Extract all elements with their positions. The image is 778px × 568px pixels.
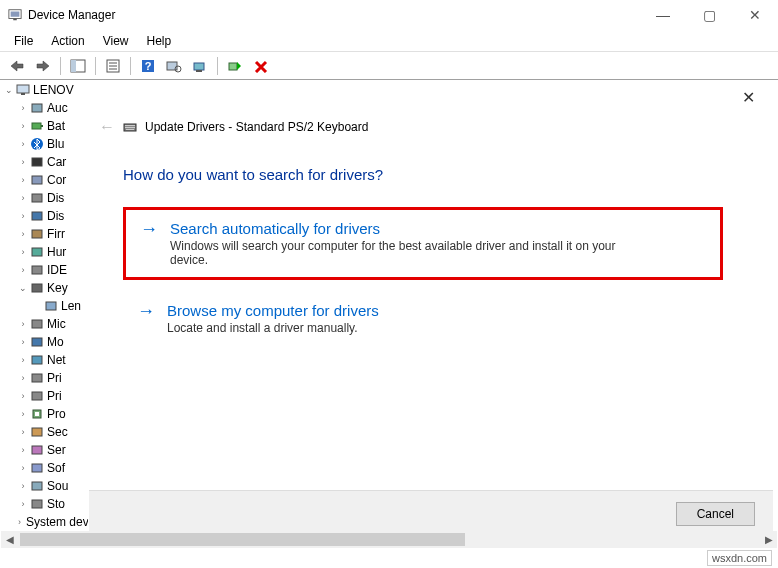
expand-icon[interactable]: › xyxy=(18,517,21,527)
expand-icon[interactable]: › xyxy=(18,427,28,437)
expand-icon[interactable]: › xyxy=(18,409,28,419)
expand-icon[interactable]: › xyxy=(18,193,28,203)
expand-icon[interactable]: › xyxy=(18,211,28,221)
forward-button[interactable] xyxy=(32,55,54,77)
tree-item[interactable]: ›Pri xyxy=(0,387,90,405)
svg-rect-26 xyxy=(32,230,42,238)
show-hide-tree-button[interactable] xyxy=(67,55,89,77)
tree-item-label: Key xyxy=(47,281,68,295)
titlebar: Device Manager — ▢ ✕ xyxy=(0,0,778,30)
horizontal-scrollbar[interactable]: ◀ ▶ xyxy=(1,531,777,548)
tree-item[interactable]: ›Pro xyxy=(0,405,90,423)
maximize-button[interactable]: ▢ xyxy=(686,0,732,30)
computer-icon xyxy=(16,83,30,97)
tree-item[interactable]: ›Pri xyxy=(0,369,90,387)
option-search-automatically[interactable]: → Search automatically for drivers Windo… xyxy=(123,207,723,280)
tree-item[interactable]: ›Dis xyxy=(0,207,90,225)
expand-icon[interactable]: › xyxy=(18,139,28,149)
device-tree[interactable]: ⌄ LENOV ›Auc›Bat›Blu›Car›Cor›Dis›Dis›Fir… xyxy=(0,80,90,546)
menu-action[interactable]: Action xyxy=(43,32,92,50)
tree-item[interactable]: ›Car xyxy=(0,153,90,171)
uninstall-device-button[interactable] xyxy=(250,55,272,77)
tree-item-label: System devices xyxy=(26,515,90,529)
svg-rect-46 xyxy=(125,127,135,128)
update-driver-button[interactable] xyxy=(189,55,211,77)
tree-item[interactable]: ›Mo xyxy=(0,333,90,351)
help-button[interactable]: ? xyxy=(137,55,159,77)
tree-item[interactable]: ›Firr xyxy=(0,225,90,243)
expand-icon[interactable]: › xyxy=(18,481,28,491)
expand-icon[interactable]: › xyxy=(18,265,28,275)
tree-item[interactable]: ›Hur xyxy=(0,243,90,261)
tree-item-label: IDE xyxy=(47,263,67,277)
expand-icon[interactable]: › xyxy=(18,247,28,257)
window-title: Device Manager xyxy=(28,8,115,22)
svg-rect-38 xyxy=(32,428,42,436)
dialog-close-button[interactable]: ✕ xyxy=(742,88,755,107)
expand-icon[interactable]: › xyxy=(18,391,28,401)
tree-item[interactable]: ›Dis xyxy=(0,189,90,207)
tree-item-label: Auc xyxy=(47,101,68,115)
toolbar: ? xyxy=(0,52,778,80)
expand-icon[interactable]: ⌄ xyxy=(18,283,28,293)
option-browse-computer[interactable]: → Browse my computer for drivers Locate … xyxy=(123,292,723,345)
properties-button[interactable] xyxy=(102,55,124,77)
tree-item-label: Ser xyxy=(47,443,66,457)
scan-hardware-button[interactable] xyxy=(163,55,185,77)
expand-icon[interactable]: › xyxy=(18,121,28,131)
tree-item[interactable]: Len xyxy=(0,297,90,315)
expand-icon[interactable]: › xyxy=(18,157,28,167)
tree-item[interactable]: ›Ser xyxy=(0,441,90,459)
expand-icon[interactable]: › xyxy=(18,355,28,365)
menu-file[interactable]: File xyxy=(6,32,41,50)
option-desc: Windows will search your computer for th… xyxy=(170,239,620,267)
expand-icon[interactable]: › xyxy=(18,319,28,329)
tree-item[interactable]: ⌄Key xyxy=(0,279,90,297)
body: ⌄ LENOV ›Auc›Bat›Blu›Car›Cor›Dis›Dis›Fir… xyxy=(0,80,778,546)
svg-rect-25 xyxy=(32,212,42,220)
tree-item[interactable]: ›Sou xyxy=(0,477,90,495)
arrow-right-icon: → xyxy=(137,302,155,335)
tree-item[interactable]: ›Sec xyxy=(0,423,90,441)
expand-icon[interactable]: ⌄ xyxy=(4,85,14,95)
expand-icon[interactable]: › xyxy=(18,499,28,509)
svg-rect-39 xyxy=(32,446,42,454)
expand-icon[interactable]: › xyxy=(18,445,28,455)
tree-item[interactable]: ›IDE xyxy=(0,261,90,279)
enable-device-button[interactable] xyxy=(224,55,246,77)
expand-icon[interactable]: › xyxy=(18,103,28,113)
svg-rect-22 xyxy=(32,158,42,166)
back-button[interactable] xyxy=(6,55,28,77)
tree-item-label: Sto xyxy=(47,497,65,511)
scroll-left-button[interactable]: ◀ xyxy=(1,531,18,548)
scroll-track[interactable] xyxy=(18,531,760,548)
scroll-right-button[interactable]: ▶ xyxy=(760,531,777,548)
scroll-thumb[interactable] xyxy=(20,533,465,546)
svg-rect-24 xyxy=(32,194,42,202)
dialog-header: ← Update Drivers - Standard PS/2 Keyboar… xyxy=(89,80,773,136)
minimize-button[interactable]: — xyxy=(640,0,686,30)
menu-help[interactable]: Help xyxy=(139,32,180,50)
tree-item[interactable]: ›Auc xyxy=(0,99,90,117)
tree-item[interactable]: ›Sof xyxy=(0,459,90,477)
tree-item[interactable]: ›Cor xyxy=(0,171,90,189)
expand-icon[interactable]: › xyxy=(18,337,28,347)
svg-rect-23 xyxy=(32,176,42,184)
tree-item[interactable]: ›Sto xyxy=(0,495,90,513)
tree-item-label: Firr xyxy=(47,227,65,241)
tree-item[interactable]: ›Mic xyxy=(0,315,90,333)
expand-icon[interactable]: › xyxy=(18,175,28,185)
tree-root[interactable]: ⌄ LENOV xyxy=(0,81,90,99)
tree-item[interactable]: ›Blu xyxy=(0,135,90,153)
update-driver-dialog: ✕ ← Update Drivers - Standard PS/2 Keybo… xyxy=(88,80,773,546)
svg-rect-19 xyxy=(32,123,41,129)
expand-icon[interactable]: › xyxy=(18,229,28,239)
tree-item[interactable]: ›Net xyxy=(0,351,90,369)
cancel-button[interactable]: Cancel xyxy=(676,502,755,526)
close-button[interactable]: ✕ xyxy=(732,0,778,30)
expand-icon[interactable]: › xyxy=(18,463,28,473)
menu-view[interactable]: View xyxy=(95,32,137,50)
expand-icon[interactable]: › xyxy=(18,373,28,383)
tree-item[interactable]: ›System devices xyxy=(0,513,90,531)
tree-item[interactable]: ›Bat xyxy=(0,117,90,135)
